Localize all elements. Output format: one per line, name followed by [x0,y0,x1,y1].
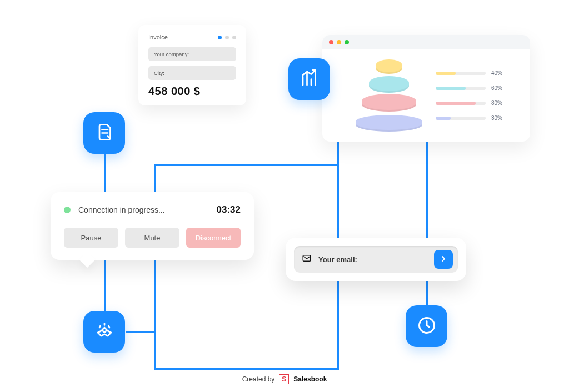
funnel-layer [356,115,422,132]
connector-browser-to-clock [426,141,428,310]
traffic-light-red [329,40,333,44]
analytics-node[interactable] [288,58,330,100]
speech-tail [79,252,95,268]
progress-fill [436,117,451,120]
progress-track [436,72,486,75]
progress-track [436,87,486,90]
edit-document-node[interactable] [83,112,125,154]
progress-fill [436,102,476,105]
handshake-node[interactable] [83,311,125,353]
progress-value: 60% [491,85,502,91]
call-status-text: Connection in progress... [78,205,209,214]
pause-button[interactable]: Pause [64,228,118,248]
footer-prefix: Created by [242,375,275,383]
progress-value: 30% [491,115,502,121]
clock-node[interactable] [406,305,447,347]
step-dot-active [218,36,222,39]
email-submit-button[interactable] [434,250,453,269]
funnel-layer [369,76,409,93]
progress-row: 40% [436,70,515,76]
progress-track [436,117,486,120]
clock-icon [417,315,437,338]
traffic-light-green [345,40,349,44]
progress-fill [436,72,456,75]
chevron-right-icon [439,254,448,265]
call-card: Connection in progress... 03:32 Pause Mu… [51,192,254,260]
progress-row: 30% [436,115,515,121]
step-dot [225,36,229,39]
progress-value: 40% [491,70,502,76]
progress-row: 80% [436,100,515,106]
progress-track [436,102,486,105]
invoice-card: Invoice Your company: City: 458 000 $ [138,25,246,105]
mail-icon [302,253,312,265]
traffic-light-yellow [337,40,341,44]
invoice-title: Invoice [148,34,168,41]
funnel-chart [356,59,422,132]
handshake-icon [94,321,114,343]
progress-fill [436,87,466,90]
edit-document-icon [94,122,114,144]
salesbook-brand: Salesbook [293,375,327,383]
invoice-amount: 458 000 $ [148,85,236,98]
disconnect-button[interactable]: Disconnect [186,228,241,248]
invoice-city-field[interactable]: City: [148,66,236,80]
email-card: Your email: [286,238,466,281]
footer-credit: Created by S Salesbook [0,374,569,384]
progress-row: 60% [436,85,515,91]
progress-value: 80% [491,100,502,106]
funnel-layer [362,94,416,112]
status-dot [64,207,71,213]
connector-top-horiz [154,164,339,166]
analytics-window: 40%60%80%30% [322,35,530,142]
email-label: Your email: [318,255,427,264]
growth-chart-icon [300,68,320,91]
connector-handshake-right [126,331,156,333]
connector-bottom [154,368,339,370]
call-timer: 03:32 [217,204,241,215]
step-dot [232,36,236,39]
salesbook-logo-icon: S [279,374,289,384]
browser-header [322,35,530,49]
invoice-step-dots [218,36,236,39]
mute-button[interactable]: Mute [125,228,179,248]
invoice-company-field[interactable]: Your company: [148,47,236,61]
funnel-layer [376,59,402,74]
progress-bars: 40%60%80%30% [436,70,515,121]
